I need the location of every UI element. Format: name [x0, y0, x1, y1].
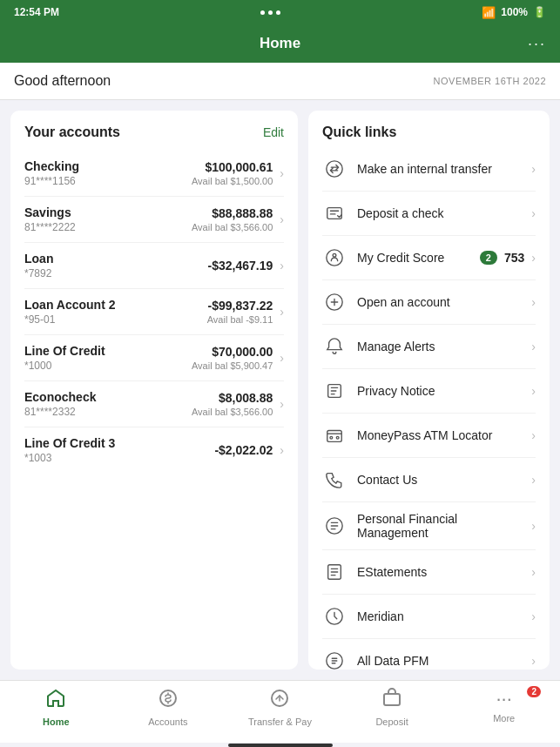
transfer-icon — [269, 688, 290, 714]
quicklink-all-data-pfm[interactable]: All Data PFM › — [322, 639, 536, 670]
account-avail: Avail bal $5,900.47 — [192, 360, 273, 371]
account-item[interactable]: Checking 91****1156 $100,000.61 Avail ba… — [24, 151, 284, 197]
transfer-icon — [322, 157, 347, 181]
account-item[interactable]: Savings 81****2222 $88,888.88 Avail bal … — [24, 197, 284, 243]
chevron-right-icon: › — [531, 473, 536, 487]
quicklink-label: Manage Alerts — [357, 340, 531, 353]
home-icon — [45, 688, 66, 714]
account-name: Savings — [24, 205, 192, 219]
status-bar: 12:54 PM 📶 100% 🔋 — [0, 0, 560, 24]
account-number: *1000 — [24, 360, 192, 372]
chevron-right-icon: › — [531, 295, 536, 309]
account-info: Loan Account 2 *95-01 — [24, 298, 207, 326]
header-title: Home — [260, 35, 300, 52]
account-balance: $100,000.61 — [192, 160, 273, 174]
account-balance: -$32,467.19 — [208, 259, 273, 273]
svg-rect-6 — [327, 431, 342, 442]
quicklink-moneypass[interactable]: MoneyPass ATM Locator › — [322, 414, 536, 458]
greeting-text: Good afternoon — [14, 73, 111, 89]
battery-icon: 🔋 — [533, 6, 546, 18]
quicklink-label: My Credit Score — [357, 251, 480, 265]
account-avail: Avail bal $3,566.00 — [192, 222, 273, 232]
deposit-check-icon — [322, 201, 347, 225]
chevron-right-icon: › — [531, 162, 536, 176]
account-info: Loan *7892 — [24, 252, 208, 279]
status-right: 📶 100% 🔋 — [482, 6, 546, 19]
home-indicator — [0, 743, 560, 747]
account-item[interactable]: Line Of Credit 3 *1003 -$2,022.02 › — [24, 427, 284, 473]
quicklink-contact-us[interactable]: Contact Us › — [322, 458, 536, 502]
accounts-list: Checking 91****1156 $100,000.61 Avail ba… — [24, 151, 284, 473]
greeting-date: NOVEMBER 16TH 2022 — [434, 76, 546, 86]
quicklink-meridian[interactable]: Meridian › — [322, 595, 536, 639]
accounts-header: Your accounts Edit — [24, 124, 284, 140]
header: Home ··· — [0, 24, 560, 63]
chevron-right-icon: › — [531, 384, 536, 398]
tab-deposit[interactable]: Deposit — [336, 688, 449, 727]
tab-bar: Home Accounts Transfer & Pay Deposi — [0, 680, 560, 743]
svg-point-8 — [336, 436, 339, 439]
edit-accounts-button[interactable]: Edit — [263, 125, 284, 139]
quicklink-pfm[interactable]: Personal Financial Management › — [322, 502, 536, 550]
account-info: Savings 81****2222 — [24, 205, 192, 233]
quicklink-privacy-notice[interactable]: Privacy Notice › — [322, 369, 536, 414]
chevron-right-icon: › — [531, 340, 536, 353]
account-name: Loan Account 2 — [24, 298, 207, 312]
quicklink-credit-score[interactable]: My Credit Score 2 753 › — [322, 236, 536, 280]
account-name: Line Of Credit 3 — [24, 436, 214, 450]
chevron-right-icon: › — [531, 251, 536, 265]
quicklink-open-account[interactable]: Open an account › — [322, 280, 536, 325]
account-info: Econocheck 81****2332 — [24, 390, 192, 418]
quicklink-label: Deposit a check — [357, 206, 531, 220]
atm-icon — [322, 423, 347, 448]
chevron-right-icon: › — [280, 212, 284, 226]
account-balance: -$2,022.02 — [214, 443, 273, 457]
account-number: 91****1156 — [24, 175, 192, 187]
quicklink-label: EStatements — [357, 565, 531, 579]
tab-more-label: More — [493, 713, 515, 723]
account-name: Line Of Credit — [24, 344, 192, 358]
chevron-right-icon: › — [280, 166, 284, 180]
svg-point-0 — [327, 161, 342, 177]
chevron-right-icon: › — [531, 206, 536, 220]
account-avail: Avail bal $3,566.00 — [192, 407, 273, 417]
quicklink-label: Open an account — [357, 295, 531, 309]
quicklink-label: Make an internal transfer — [357, 162, 531, 176]
account-balance-section: $100,000.61 Avail bal $1,500.00 — [192, 160, 273, 186]
account-item[interactable]: Econocheck 81****2332 $8,008.88 Avail ba… — [24, 381, 284, 427]
open-account-icon — [322, 290, 347, 314]
quicklink-label: Personal Financial Management — [357, 512, 531, 540]
account-info: Line Of Credit 3 *1003 — [24, 436, 214, 464]
chevron-right-icon: › — [531, 565, 536, 579]
account-avail: Avail bal $1,500.00 — [192, 176, 273, 186]
quicklink-manage-alerts[interactable]: Manage Alerts › — [322, 325, 536, 369]
account-item[interactable]: Line Of Credit *1000 $70,000.00 Avail ba… — [24, 335, 284, 381]
quicklink-internal-transfer[interactable]: Make an internal transfer › — [322, 147, 536, 192]
home-bar — [228, 744, 333, 747]
account-item[interactable]: Loan Account 2 *95-01 -$99,837.22 Avail … — [24, 289, 284, 335]
header-menu-button[interactable]: ··· — [528, 35, 546, 53]
greeting-bar: Good afternoon NOVEMBER 16TH 2022 — [0, 63, 560, 100]
tab-home[interactable]: Home — [0, 688, 112, 727]
quicklink-estatements[interactable]: EStatements › — [322, 550, 536, 595]
quicklinks-list: Make an internal transfer › Deposit a ch… — [322, 147, 536, 670]
quicklinks-panel: Quick links Make an internal transfer › … — [308, 111, 550, 670]
wifi-icon: 📶 — [482, 6, 496, 19]
account-name: Checking — [24, 159, 192, 173]
tab-accounts-label: Accounts — [148, 717, 187, 727]
tab-more[interactable]: 2 ··· More — [448, 688, 560, 723]
account-number: *7892 — [24, 267, 208, 279]
account-number: 81****2222 — [24, 221, 192, 233]
tab-transfer-pay[interactable]: Transfer & Pay — [224, 688, 336, 727]
svg-point-3 — [333, 253, 336, 257]
credit-score-value: 753 — [504, 251, 524, 265]
account-name: Loan — [24, 252, 208, 266]
svg-point-7 — [330, 436, 333, 439]
quicklink-deposit-check[interactable]: Deposit a check › — [322, 192, 536, 236]
account-item[interactable]: Loan *7892 -$32,467.19 › — [24, 243, 284, 289]
account-number: 81****2332 — [24, 406, 192, 418]
account-info: Checking 91****1156 — [24, 159, 192, 187]
all-data-icon — [322, 649, 347, 670]
chevron-right-icon: › — [280, 351, 284, 365]
tab-accounts[interactable]: Accounts — [112, 688, 225, 727]
